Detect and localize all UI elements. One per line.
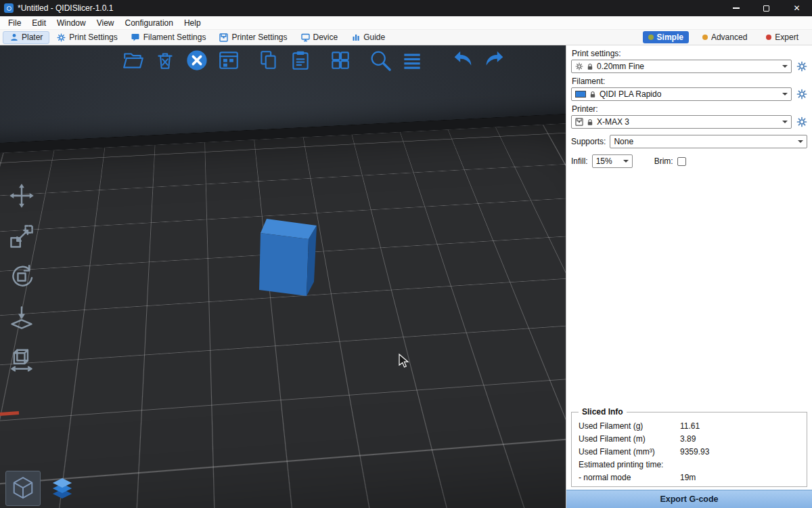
- menu-configuration[interactable]: Configuration: [120, 16, 179, 29]
- gizmo-toolbar: [7, 181, 37, 373]
- tab-device[interactable]: Device: [295, 31, 344, 44]
- rotate-gizmo-button[interactable]: [7, 262, 37, 292]
- printer-gear-button[interactable]: [796, 117, 807, 128]
- chevron-down-icon: [782, 65, 788, 68]
- mode-advanced[interactable]: Advanced: [697, 31, 752, 43]
- filament-label: Filament:: [572, 77, 807, 86]
- mode-simple-label: Simple: [657, 33, 683, 42]
- expert-dot-icon: [766, 35, 771, 40]
- lock-icon: [589, 91, 596, 98]
- lock-icon: [587, 63, 593, 70]
- brim-label: Brim:: [654, 156, 673, 166]
- mode-switcher: Simple Advanced Expert: [643, 31, 809, 43]
- mode-simple[interactable]: Simple: [643, 31, 689, 43]
- tab-print-settings-label: Print Settings: [69, 33, 117, 42]
- view-toggles: [5, 471, 80, 506]
- infill-value: 15%: [596, 156, 612, 166]
- arrange-button[interactable]: [216, 47, 242, 73]
- tab-filament-settings-label: Filament Settings: [143, 33, 206, 42]
- menubar: File Edit Window View Configuration Help: [0, 16, 812, 30]
- mode-expert[interactable]: Expert: [761, 31, 804, 43]
- printer-icon: [219, 33, 228, 42]
- used-filament-m-label: Used Filament (m): [579, 434, 680, 444]
- printer-label: Printer:: [572, 104, 807, 114]
- delete-button[interactable]: [152, 47, 178, 73]
- filament-dropdown[interactable]: QIDI PLA Rapido: [571, 87, 792, 101]
- sliced-info-row: Estimated printing time:: [572, 458, 807, 471]
- infill-label: Infill:: [571, 156, 588, 166]
- minimize-button[interactable]: [721, 0, 751, 16]
- titlebar-left: *Untitled - QIDISlicer-1.0.1: [0, 3, 721, 13]
- close-button[interactable]: ✕: [782, 0, 812, 16]
- tab-print-settings[interactable]: Print Settings: [51, 31, 123, 44]
- printer-value: X-MAX 3: [597, 117, 629, 127]
- split-button[interactable]: [328, 47, 353, 73]
- filament-value: QIDI PLA Rapido: [600, 89, 661, 99]
- print-settings-dropdown[interactable]: 0.20mm Fine: [571, 60, 792, 73]
- filament-row: QIDI PLA Rapido: [571, 87, 807, 101]
- chevron-down-icon: [782, 121, 788, 123]
- print-bed: [0, 112, 566, 508]
- chevron-down-icon: [798, 140, 803, 143]
- tab-printer-settings[interactable]: Printer Settings: [213, 31, 293, 44]
- open-folder-button[interactable]: [120, 47, 146, 73]
- redo-button[interactable]: [482, 47, 508, 73]
- used-filament-mm3-value: 9359.93: [680, 447, 800, 457]
- normal-mode-label: - normal mode: [579, 473, 680, 482]
- place-on-face-gizmo-button[interactable]: [7, 303, 37, 333]
- menu-help[interactable]: Help: [179, 16, 206, 29]
- used-filament-m-value: 3.89: [680, 434, 800, 444]
- simple-dot-icon: [648, 35, 654, 40]
- preview-view-button[interactable]: [45, 471, 80, 506]
- gear-icon: [57, 33, 66, 42]
- sliced-info-panel: Sliced Info Used Filament (g) 11.61 Used…: [571, 412, 807, 487]
- app-logo-icon: [4, 3, 14, 13]
- copy-button[interactable]: [256, 47, 281, 73]
- used-filament-g-value: 11.61: [680, 421, 800, 431]
- 3d-viewport[interactable]: [0, 45, 566, 508]
- measure-gizmo-button[interactable]: [7, 343, 37, 373]
- tab-device-label: Device: [313, 33, 338, 42]
- scale-gizmo-button[interactable]: [7, 221, 37, 251]
- sidebar-spacer: [566, 168, 812, 412]
- printer-dropdown[interactable]: X-MAX 3: [571, 115, 792, 129]
- menu-file[interactable]: File: [3, 16, 26, 29]
- sidebar: Print settings: 0.20mm Fine Filament: QI…: [566, 45, 812, 508]
- sliced-info-row: Used Filament (g) 11.61: [572, 419, 807, 432]
- maximize-button[interactable]: [751, 0, 782, 16]
- used-filament-g-label: Used Filament (g): [579, 421, 680, 431]
- undo-button[interactable]: [450, 47, 476, 73]
- normal-mode-value: 19m: [680, 473, 800, 482]
- supports-row: Supports: None: [571, 135, 807, 148]
- estimated-time-label: Estimated printing time:: [579, 460, 800, 469]
- menu-edit[interactable]: Edit: [26, 16, 51, 29]
- supports-value: None: [614, 137, 633, 146]
- paste-button[interactable]: [288, 47, 313, 73]
- menu-window[interactable]: Window: [51, 16, 91, 29]
- guide-icon: [351, 33, 360, 42]
- monitor-icon: [301, 33, 310, 42]
- sliced-info-row: Used Filament (m) 3.89: [572, 432, 807, 445]
- editor-view-button[interactable]: [5, 471, 41, 506]
- tab-guide-label: Guide: [363, 33, 385, 42]
- tab-plater[interactable]: Plater: [3, 31, 49, 44]
- filament-gear-button[interactable]: [796, 89, 807, 100]
- layers-button[interactable]: [399, 47, 425, 73]
- filament-color-swatch: [575, 91, 586, 98]
- print-settings-label: Print settings:: [572, 49, 807, 58]
- supports-dropdown[interactable]: None: [610, 135, 807, 148]
- menu-view[interactable]: View: [91, 16, 120, 29]
- infill-dropdown[interactable]: 15%: [592, 154, 633, 168]
- window-controls: ✕: [721, 0, 812, 16]
- sliced-info-row: - normal mode 19m: [572, 471, 807, 484]
- print-settings-gear-button[interactable]: [796, 61, 807, 72]
- tab-guide[interactable]: Guide: [345, 31, 391, 44]
- move-gizmo-button[interactable]: [7, 181, 37, 211]
- tab-filament-settings[interactable]: Filament Settings: [125, 31, 212, 44]
- search-button[interactable]: [367, 47, 393, 73]
- brim-checkbox[interactable]: [677, 157, 686, 166]
- delete-all-button[interactable]: [184, 47, 210, 73]
- export-gcode-button[interactable]: Export G-code: [566, 490, 812, 508]
- lock-icon: [587, 119, 593, 126]
- used-filament-mm3-label: Used Filament (mm³): [579, 447, 680, 457]
